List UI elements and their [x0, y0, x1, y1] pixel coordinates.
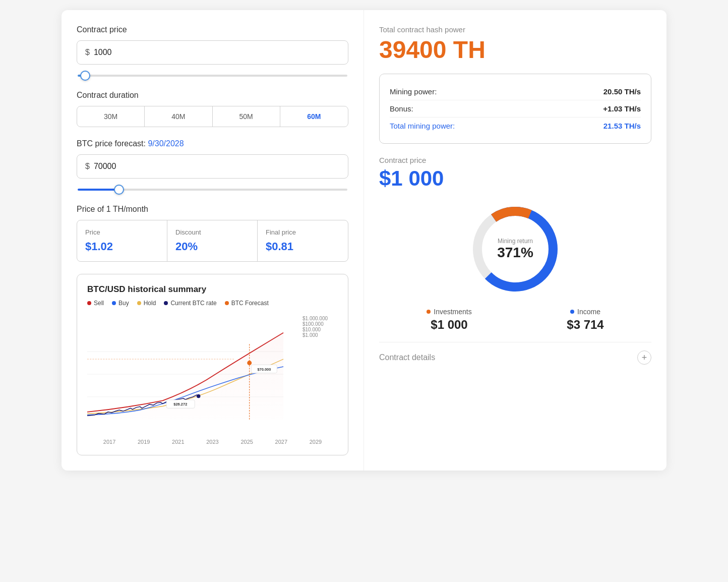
duration-tab-40m[interactable]: 40M [145, 106, 212, 127]
contract-price-slider-container [77, 70, 348, 79]
legend-buy-label: Buy [118, 300, 129, 307]
price-card-final-value: $0.81 [266, 240, 340, 253]
x-label-2027: 2027 [275, 439, 287, 445]
hash-power-section: Total contract hash power 39400 TH Minin… [379, 25, 651, 144]
donut-wrapper: Mining return 371% [465, 199, 566, 300]
cp-label: Contract price [379, 156, 651, 164]
left-panel: Contract price $ Contract duration 30M 4… [62, 10, 364, 471]
investments-value: $1 000 [427, 318, 471, 332]
price-card-final: Final price $0.81 [258, 220, 348, 261]
contract-price-slider[interactable] [78, 75, 347, 77]
total-mining-value: 21.53 TH/s [603, 122, 641, 130]
duration-tabs: 30M 40M 50M 60M [77, 106, 348, 127]
price-card-discount: Discount 20% [167, 220, 258, 261]
x-label-2029: 2029 [310, 439, 322, 445]
btc-forecast-label: BTC price forecast: 9/30/2028 [77, 139, 348, 148]
legend-sell-label: Sell [94, 300, 104, 307]
legend-buy: Buy [112, 300, 129, 307]
donut-center-label: Mining return [497, 238, 533, 245]
donut-center-value: 371% [497, 245, 533, 261]
duration-tab-50m[interactable]: 50M [213, 106, 280, 127]
duration-tab-30m[interactable]: 30M [77, 106, 145, 127]
x-label-2025: 2025 [240, 439, 253, 445]
y-label-1m: $1.000.000 [302, 316, 338, 321]
chart-svg: $26.272 $70.000 [87, 314, 298, 435]
income-label: Income [577, 308, 600, 316]
contract-duration-label: Contract duration [77, 91, 348, 100]
legend-btc-forecast: BTC Forecast [225, 300, 269, 307]
legend-buy-dot [112, 301, 116, 305]
duration-tab-60m[interactable]: 60M [280, 106, 348, 127]
contract-price-label: Contract price [77, 25, 348, 34]
invest-income-row: Investments $1 000 Income $3 714 [379, 308, 651, 332]
price-th-section: Price of 1 TH/month Price $1.02 Discount… [77, 205, 348, 262]
btc-forecast-section: BTC price forecast: 9/30/2028 $ [77, 139, 348, 193]
price-card-price: Price $1.02 [77, 220, 167, 261]
btc-price-slider[interactable] [78, 189, 347, 191]
investments-dot-label: Investments [427, 308, 471, 316]
donut-center: Mining return 371% [497, 238, 533, 261]
income-item: Income $3 714 [567, 308, 603, 332]
x-label-2023: 2023 [206, 439, 218, 445]
legend-btc-forecast-label: BTC Forecast [231, 300, 269, 307]
legend-current-btc-label: Current BTC rate [170, 300, 216, 307]
main-container: Contract price $ Contract duration 30M 4… [62, 10, 666, 471]
contract-duration-section: Contract duration 30M 40M 50M 60M [77, 91, 348, 127]
btc-price-symbol: $ [85, 162, 90, 171]
chart-title: BTC/USD historical summary [87, 284, 338, 295]
svg-point-8 [247, 361, 252, 365]
btc-price-slider-container [77, 184, 348, 193]
total-mining-row: Total mining power: 21.53 TH/s [390, 118, 641, 134]
investments-item: Investments $1 000 [427, 308, 471, 332]
chart-area: $26.272 $70.000 [87, 314, 298, 435]
btc-price-input[interactable] [94, 162, 340, 171]
hash-power-label: Total contract hash power [379, 25, 651, 34]
y-label-10k: $10.000 [302, 327, 338, 332]
price-card-price-value: $1.02 [85, 240, 159, 253]
legend-hold-dot [137, 301, 141, 305]
x-axis-labels: 2017 2019 2021 2023 2025 2027 2029 [87, 439, 338, 445]
svg-text:$70.000: $70.000 [257, 367, 271, 372]
btc-forecast-date-link[interactable]: 9/30/2028 [148, 139, 184, 148]
svg-point-4 [197, 394, 200, 398]
price-cards: Price $1.02 Discount 20% Final price $0.… [77, 220, 348, 262]
chart-section: BTC/USD historical summary Sell Buy Hold… [77, 274, 348, 455]
legend-sell-dot [87, 301, 91, 305]
y-label-1k: $1.000 [302, 332, 338, 338]
chart-container: $26.272 $70.000 $1.000.000 $100.000 $10.… [87, 314, 338, 435]
contract-price-input-box: $ [77, 40, 348, 65]
contract-price-section: Contract price $ [77, 25, 348, 79]
contract-price-symbol: $ [85, 48, 90, 57]
price-th-label: Price of 1 TH/month [77, 205, 348, 214]
mining-details-box: Mining power: 20.50 TH/s Bonus: +1.03 TH… [379, 74, 651, 144]
hash-power-value: 39400 TH [379, 36, 651, 64]
x-label-2017: 2017 [103, 439, 115, 445]
bonus-label: Bonus: [390, 104, 413, 113]
price-card-discount-label: Discount [175, 228, 249, 236]
mining-power-value: 20.50 TH/s [603, 87, 641, 96]
bonus-value: +1.03 TH/s [603, 104, 641, 113]
income-value: $3 714 [567, 318, 603, 332]
contract-price-right-section: Contract price $1 000 [379, 156, 651, 191]
price-card-discount-value: 20% [175, 240, 249, 253]
legend-hold-label: Hold [144, 300, 156, 307]
price-card-price-label: Price [85, 228, 159, 236]
contract-details-row: Contract details + [379, 342, 651, 365]
income-dot-label: Income [567, 308, 603, 316]
chart-legend: Sell Buy Hold Current BTC rate BTC Forec… [87, 300, 338, 307]
investments-label: Investments [434, 308, 471, 316]
bonus-row: Bonus: +1.03 TH/s [390, 100, 641, 118]
x-label-2021: 2021 [172, 439, 184, 445]
contract-details-label: Contract details [379, 353, 435, 362]
btc-price-input-box: $ [77, 154, 348, 179]
mining-power-label: Mining power: [390, 87, 437, 96]
cp-value: $1 000 [379, 166, 651, 191]
donut-section: Mining return 371% Investments $1 000 In… [379, 199, 651, 332]
contract-price-input[interactable] [94, 48, 340, 57]
mining-power-row: Mining power: 20.50 TH/s [390, 83, 641, 100]
legend-sell: Sell [87, 300, 104, 307]
right-panel: Total contract hash power 39400 TH Minin… [364, 10, 666, 471]
total-mining-label: Total mining power: [390, 122, 455, 130]
price-card-final-label: Final price [266, 228, 340, 236]
contract-details-expand-button[interactable]: + [637, 351, 651, 365]
